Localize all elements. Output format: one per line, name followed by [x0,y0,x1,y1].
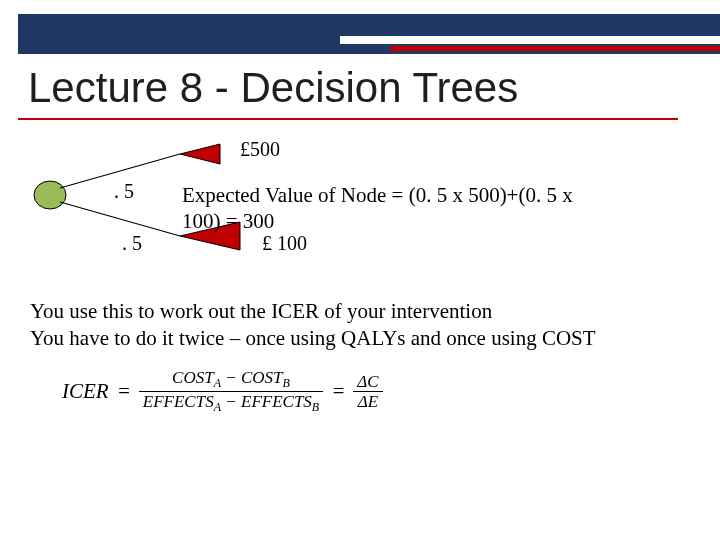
equals-sign-2: = [331,379,345,404]
svg-point-0 [34,181,66,209]
svg-marker-3 [180,144,220,164]
svg-line-2 [60,202,180,236]
header-red-stripe [390,46,720,51]
outcome-bottom-value: £ 100 [262,232,307,255]
fraction-costs-effects: COSTA − COSTB EFFECTSA − EFFECTSB [139,368,323,415]
outcome-top-value: £500 [240,138,280,161]
probability-top: . 5 [114,180,134,203]
body-text: You use this to work out the ICER of you… [30,298,596,353]
probability-bottom: . 5 [122,232,142,255]
equals-sign: = [117,379,131,404]
slide-title: Lecture 8 - Decision Trees [28,64,518,112]
icer-formula: ICER = COSTA − COSTB EFFECTSA − EFFECTSB… [62,368,383,415]
body-line-2: You have to do it twice – once using QAL… [30,325,596,352]
expected-value-text: Expected Value of Node = (0. 5 x 500)+(0… [182,182,602,235]
fraction-delta: ΔC ΔE [353,372,382,412]
header-white-stripe [340,36,720,44]
body-line-1: You use this to work out the ICER of you… [30,298,596,325]
title-underline [18,118,678,120]
formula-lhs: ICER [62,379,109,404]
